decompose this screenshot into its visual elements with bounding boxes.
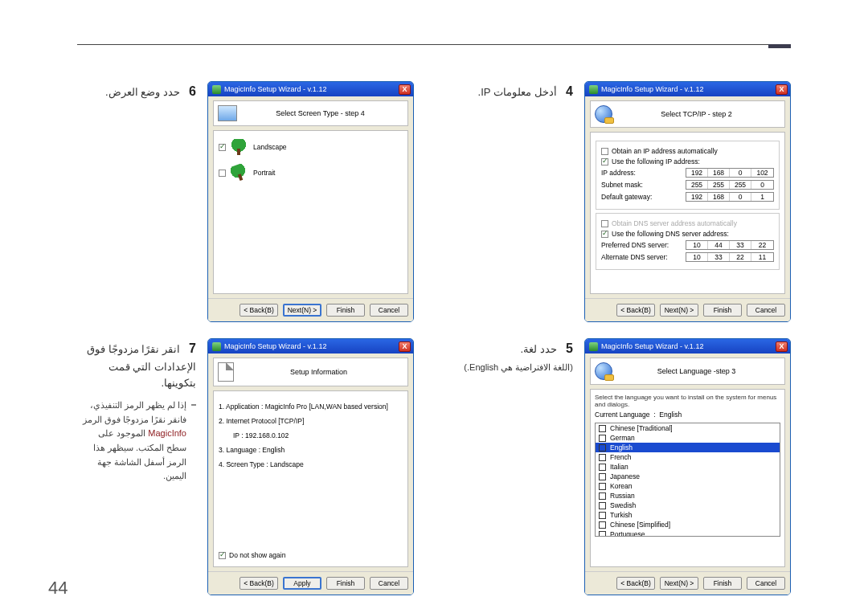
app-icon [589,85,598,94]
app-icon [589,342,598,351]
top-rule [77,44,791,45]
globe-icon [595,362,612,380]
info-ip: IP : 192.168.0.102 [233,431,403,439]
step7-num: 7 [189,341,196,355]
use-ip-checkbox[interactable] [601,158,608,166]
auto-ip-checkbox[interactable] [601,148,608,155]
cell-step6: 6 حدد وضع العرض. MagicInfo Setup Wizard … [77,81,414,322]
step5-subtitle: (اللغة الافتراضية هي English.) [454,361,573,375]
language-item[interactable]: Portuguese [596,529,780,537]
tip-bullet [191,404,196,406]
wizard-title: MagicInfo Setup Wizard - v.1.12 [601,342,776,350]
step4-title: أدخل معلومات IP. [478,86,557,98]
dont-show-label: Do not show again [229,551,285,559]
app-icon [212,342,221,351]
finish-button[interactable]: Finish [703,304,742,317]
back-button[interactable]: < Back(B) [616,304,655,317]
step6-title: حدد وضع العرض. [105,86,180,98]
use-dns-checkbox[interactable] [601,231,608,238]
page-number: 44 [48,578,68,599]
next-button[interactable]: Next(N) > [660,577,698,590]
auto-dns-checkbox [601,220,608,227]
globe-icon [595,105,612,123]
finish-button[interactable]: Finish [326,304,365,317]
wizard-step7: MagicInfo Setup Wizard - v.1.12 X Setup … [207,338,414,595]
language-item[interactable]: Swedish [596,501,780,510]
screen-type-header: Select Screen Type - step 4 [237,109,403,117]
language-item[interactable]: English [596,443,780,452]
document-icon [218,362,234,382]
cell-step4: 4 أدخل معلومات IP. MagicInfo Setup Wizar… [454,81,791,322]
language-item[interactable]: French [596,452,780,462]
auto-dns-label: Obtain DNS server address automatically [612,219,737,227]
info-app: 1. Application : MagicInfo Pro [LAN,WAN … [219,403,403,411]
adns-input[interactable]: 10332211 [686,252,774,262]
back-button[interactable]: < Back(B) [616,577,655,590]
pdns-label: Preferred DNS server: [601,241,686,249]
language-item[interactable]: Korean [596,481,780,491]
language-item[interactable]: Turkish [596,510,780,520]
cancel-button[interactable]: Cancel [747,577,785,590]
back-button[interactable]: < Back(B) [240,577,278,590]
wizard-title: MagicInfo Setup Wizard - v.1.12 [224,342,399,350]
use-ip-label: Use the following IP address: [612,157,700,166]
cancel-button[interactable]: Cancel [370,577,408,590]
step7-title: انقر نقرًا مزدوجًا فوق الإعدادات التي قم… [87,343,196,389]
language-item[interactable]: Russian [596,491,780,501]
language-instr: Select the language you want to install … [595,394,780,408]
landscape-checkbox[interactable] [219,144,226,151]
wizard-step4: MagicInfo Setup Wizard - v.1.12 X Select… [584,81,791,322]
setup-info-header: Setup Information [234,368,403,376]
landscape-label: Landscape [253,143,287,151]
cell-step5: 5 حدد لغة. (اللغة الافتراضية هي English.… [454,338,791,595]
cancel-button[interactable]: Cancel [747,304,785,317]
portrait-label: Portrait [253,169,275,177]
next-button[interactable]: Next(N) > [660,304,698,317]
close-button[interactable]: X [399,341,411,352]
wizard-title: MagicInfo Setup Wizard - v.1.12 [224,85,399,93]
tree-icon [231,139,247,155]
subnet-input[interactable]: 2552552550 [686,180,774,190]
finish-button[interactable]: Finish [703,577,742,590]
wizard-step6: MagicInfo Setup Wizard - v.1.12 X Select… [207,81,414,322]
subnet-label: Subnet mask: [601,181,686,189]
language-item[interactable]: Japanese [596,472,780,481]
pdns-input[interactable]: 10443322 [686,240,774,250]
back-button[interactable]: < Back(B) [240,304,278,317]
cur-lang-label: Current Language [595,411,650,419]
close-button[interactable]: X [399,84,411,95]
apply-button[interactable]: Apply [283,577,321,590]
portrait-checkbox[interactable] [219,170,226,177]
finish-button[interactable]: Finish [326,577,365,590]
language-header: Select Language -step 3 [612,367,780,375]
close-button[interactable]: X [776,341,788,352]
close-button[interactable]: X [776,84,788,95]
wizard-title: MagicInfo Setup Wizard - v.1.12 [601,85,776,93]
tree-icon [228,162,249,183]
adns-label: Alternate DNS server: [601,253,686,261]
language-item[interactable]: Chinese [Traditional] [596,423,780,433]
wizard-step5: MagicInfo Setup Wizard - v.1.12 X Select… [584,338,791,595]
step4-num: 4 [566,84,573,98]
language-list[interactable]: Chinese [Traditional]GermanEnglishFrench… [595,423,780,537]
auto-ip-label: Obtain an IP address automatically [612,147,718,155]
cancel-button[interactable]: Cancel [370,304,408,317]
info-proto: 2. Internet Protocol [TCP/IP] [219,417,403,425]
tcpip-header: Select TCP/IP - step 2 [612,110,780,118]
step5-num: 5 [566,341,573,355]
step7-tip: إذا لم يظهر الرمز التنفيذي، فانقر نقرًا … [77,398,186,484]
monitor-icon [218,105,237,121]
cur-lang-value: English [659,411,682,419]
gateway-label: Default gateway: [601,193,686,201]
language-item[interactable]: Chinese [Simplified] [596,520,780,529]
ip-input[interactable]: 1921680102 [686,168,774,178]
step5-title: حدد لغة. [521,343,557,355]
info-lang: 3. Language : English [219,446,403,454]
app-icon [212,85,221,94]
gateway-input[interactable]: 19216801 [686,192,774,202]
dont-show-checkbox[interactable] [219,552,226,559]
language-item[interactable]: German [596,433,780,443]
cell-step7: 7 انقر نقرًا مزدوجًا فوق الإعدادات التي … [77,338,414,595]
next-button[interactable]: Next(N) > [283,304,321,317]
language-item[interactable]: Italian [596,462,780,472]
